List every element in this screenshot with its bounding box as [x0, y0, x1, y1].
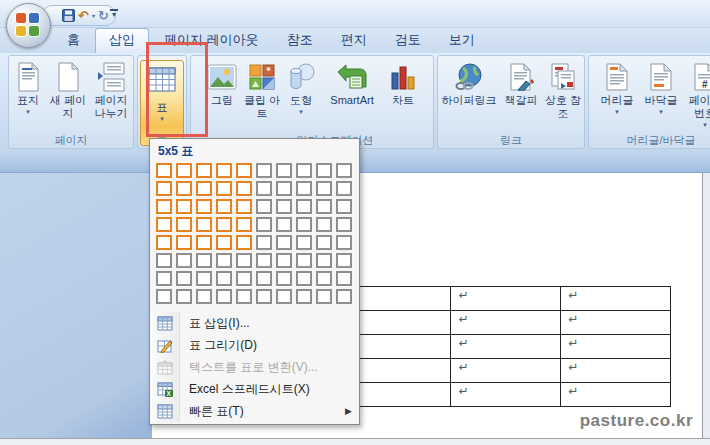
- grid-cell[interactable]: [336, 271, 352, 286]
- grid-cell[interactable]: [296, 271, 312, 286]
- document-table-cell[interactable]: ↵: [561, 287, 671, 311]
- grid-cell[interactable]: [316, 253, 332, 268]
- grid-cell[interactable]: [276, 163, 292, 178]
- grid-cell[interactable]: [256, 199, 272, 214]
- document-table-cell[interactable]: ↵: [561, 359, 671, 383]
- grid-cell[interactable]: [176, 181, 192, 196]
- grid-cell[interactable]: [276, 235, 292, 250]
- grid-cell[interactable]: [196, 217, 212, 232]
- grid-cell[interactable]: [316, 217, 332, 232]
- document-table-cell[interactable]: ↵: [451, 311, 561, 335]
- qat-customize-icon[interactable]: [110, 9, 118, 17]
- document-table-cell[interactable]: ↵: [451, 359, 561, 383]
- grid-cell[interactable]: [336, 235, 352, 250]
- grid-cell[interactable]: [296, 217, 312, 232]
- grid-cell[interactable]: [156, 217, 172, 232]
- page-break-button[interactable]: 페이지 나누기: [89, 59, 133, 120]
- document-table-cell[interactable]: ↵: [451, 335, 561, 359]
- grid-cell[interactable]: [316, 271, 332, 286]
- grid-cell[interactable]: [196, 181, 212, 196]
- bookmark-button[interactable]: 책갈피: [500, 59, 542, 107]
- document-table-cell[interactable]: ↵: [561, 311, 671, 335]
- grid-cell[interactable]: [196, 163, 212, 178]
- grid-cell[interactable]: [216, 199, 232, 214]
- document-table-cell[interactable]: ↵: [451, 383, 561, 407]
- hyperlink-button[interactable]: 하이퍼링크: [438, 59, 500, 107]
- grid-cell[interactable]: [156, 289, 172, 304]
- grid-cell[interactable]: [256, 181, 272, 196]
- grid-cell[interactable]: [276, 289, 292, 304]
- grid-cell[interactable]: [276, 271, 292, 286]
- grid-cell[interactable]: [336, 163, 352, 178]
- grid-cell[interactable]: [176, 163, 192, 178]
- grid-cell[interactable]: [196, 235, 212, 250]
- grid-cell[interactable]: [196, 253, 212, 268]
- grid-cell[interactable]: [296, 181, 312, 196]
- grid-cell[interactable]: [276, 181, 292, 196]
- grid-cell[interactable]: [156, 199, 172, 214]
- grid-cell[interactable]: [256, 163, 272, 178]
- menu-item-insert-table[interactable]: 표 삽입(I)...: [150, 312, 359, 334]
- grid-cell[interactable]: [336, 199, 352, 214]
- grid-cell[interactable]: [256, 235, 272, 250]
- grid-cell[interactable]: [156, 181, 172, 196]
- grid-cell[interactable]: [276, 199, 292, 214]
- grid-cell[interactable]: [216, 271, 232, 286]
- grid-cell[interactable]: [216, 235, 232, 250]
- menu-item-excel-spreadsheet[interactable]: X Excel 스프레드시트(X): [150, 378, 359, 400]
- grid-cell[interactable]: [256, 217, 272, 232]
- grid-cell[interactable]: [196, 199, 212, 214]
- footer-button[interactable]: 바닥글: [639, 59, 683, 116]
- grid-cell[interactable]: [296, 163, 312, 178]
- tab-insert[interactable]: 삽입: [95, 28, 149, 53]
- grid-cell[interactable]: [216, 217, 232, 232]
- blank-page-button[interactable]: 새 페이지: [47, 59, 89, 120]
- clip-art-button[interactable]: 클립 아트: [242, 59, 282, 120]
- grid-cell[interactable]: [216, 163, 232, 178]
- office-button[interactable]: [6, 3, 51, 48]
- document-table-cell[interactable]: ↵: [561, 335, 671, 359]
- menu-item-quick-tables[interactable]: 빠른 표(T): [150, 400, 359, 422]
- page-number-button[interactable]: # 페이지 번호: [683, 59, 710, 129]
- shapes-button[interactable]: 도형: [282, 59, 320, 116]
- grid-cell[interactable]: [196, 289, 212, 304]
- picture-button[interactable]: 그림: [202, 59, 242, 107]
- grid-cell[interactable]: [216, 253, 232, 268]
- undo-icon[interactable]: ↶: [78, 9, 89, 22]
- grid-cell[interactable]: [176, 217, 192, 232]
- tab-references[interactable]: 참조: [274, 28, 326, 53]
- grid-cell[interactable]: [276, 217, 292, 232]
- tab-review[interactable]: 검토: [382, 28, 434, 53]
- document-table-cell[interactable]: ↵: [561, 383, 671, 407]
- redo-icon[interactable]: ↻: [98, 9, 109, 22]
- grid-cell[interactable]: [156, 235, 172, 250]
- grid-cell[interactable]: [216, 181, 232, 196]
- grid-cell[interactable]: [336, 289, 352, 304]
- grid-cell[interactable]: [156, 271, 172, 286]
- grid-cell[interactable]: [176, 253, 192, 268]
- grid-cell[interactable]: [176, 289, 192, 304]
- grid-cell[interactable]: [296, 235, 312, 250]
- cross-reference-button[interactable]: 상호 참조: [542, 59, 584, 120]
- grid-cell[interactable]: [156, 163, 172, 178]
- grid-cell[interactable]: [196, 271, 212, 286]
- grid-cell[interactable]: [256, 289, 272, 304]
- grid-cell[interactable]: [176, 271, 192, 286]
- save-icon[interactable]: [62, 9, 75, 22]
- grid-cell[interactable]: [316, 289, 332, 304]
- grid-cell[interactable]: [216, 289, 232, 304]
- grid-cell[interactable]: [176, 199, 192, 214]
- tab-view[interactable]: 보기: [436, 28, 488, 53]
- grid-cell[interactable]: [236, 217, 252, 232]
- grid-cell[interactable]: [336, 217, 352, 232]
- grid-cell[interactable]: [296, 199, 312, 214]
- grid-cell[interactable]: [276, 253, 292, 268]
- grid-cell[interactable]: [336, 181, 352, 196]
- chart-button[interactable]: 차트: [384, 59, 422, 107]
- grid-cell[interactable]: [236, 235, 252, 250]
- grid-cell[interactable]: [256, 271, 272, 286]
- grid-cell[interactable]: [316, 235, 332, 250]
- undo-dropdown-icon[interactable]: ▾: [92, 12, 95, 19]
- grid-cell[interactable]: [316, 181, 332, 196]
- grid-cell[interactable]: [316, 199, 332, 214]
